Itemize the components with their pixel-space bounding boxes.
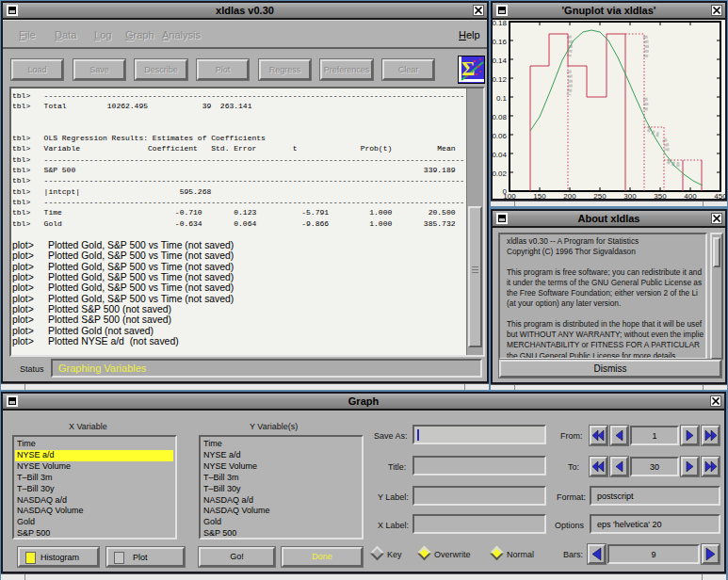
svg-text:0.14: 0.14 [493,56,508,65]
svg-text:150: 150 [533,192,546,199]
svg-text:0.04: 0.04 [493,151,508,159]
svg-text:0.16: 0.16 [493,38,508,46]
svg-text:450: 450 [714,192,725,199]
svg-text:Σ: Σ [461,56,475,80]
svg-text:200: 200 [563,192,576,199]
svg-text:0.12: 0.12 [493,75,508,84]
svg-text:0.02: 0.02 [493,169,508,178]
svg-text:400: 400 [684,192,697,199]
svg-text:0.06: 0.06 [493,132,508,140]
svg-text:0.08: 0.08 [493,113,508,121]
svg-text:0.18: 0.18 [493,20,508,27]
svg-text:100: 100 [503,192,516,199]
svg-text:0.1: 0.1 [496,94,508,103]
svg-text:300: 300 [623,192,637,199]
svg-text:250: 250 [593,192,607,199]
svg-text:350: 350 [654,192,667,199]
